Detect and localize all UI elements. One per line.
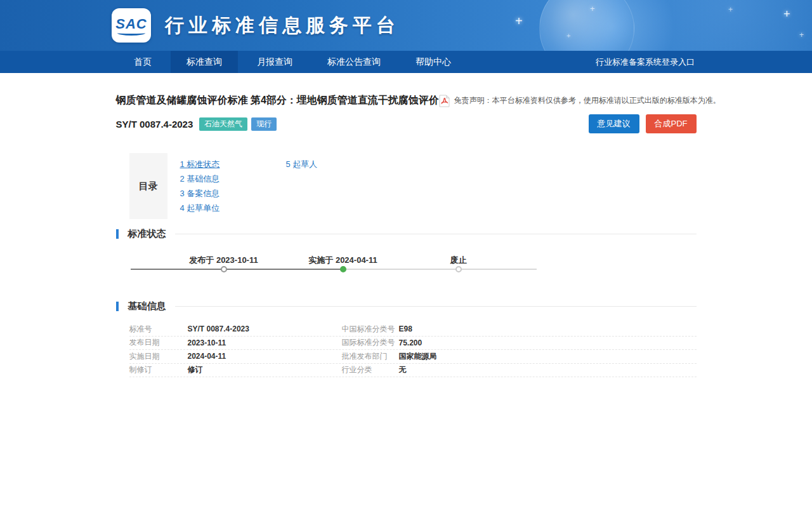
timeline-published-label: 发布于 2023-10-11 xyxy=(189,255,258,266)
info-value: 2024-04-11 xyxy=(188,352,342,361)
section-header: 基础信息 xyxy=(116,300,697,312)
industry-badge: 石油天然气 xyxy=(199,117,247,131)
sac-logo: SAC xyxy=(112,8,151,43)
timeline-progress xyxy=(131,269,343,270)
toc-title: 目录 xyxy=(129,153,167,219)
toc-link-drafting-org[interactable]: 4 起草单位 xyxy=(180,201,286,215)
nav-item-home[interactable]: 首页 xyxy=(118,51,167,73)
disclaimer-text: 免责声明：本平台标准资料仅供参考，使用标准请以正式出版的标准版本为准。 xyxy=(454,95,721,106)
sac-logo-swoosh xyxy=(117,30,145,36)
info-value: 无 xyxy=(399,364,697,375)
section-marker xyxy=(116,302,119,311)
nav-item-standard-query[interactable]: 标准查询 xyxy=(171,51,238,73)
table-row: 实施日期 2024-04-11 批准发布部门 国家能源局 xyxy=(129,350,697,364)
basic-info-section: 基础信息 标准号 SY/T 0087.4-2023 中国标准分类号 E98 发布… xyxy=(116,300,697,377)
toc-column-1: 1 标准状态 2 基础信息 3 备案信息 4 起草单位 xyxy=(180,157,286,215)
pdf-file-icon xyxy=(439,95,450,107)
info-label: 国际标准分类号 xyxy=(342,337,399,348)
timeline-dot-implemented xyxy=(340,266,346,272)
info-label: 中国标准分类号 xyxy=(342,324,399,335)
status-timeline: 发布于 2023-10-11 实施于 2024-04-11 废止 xyxy=(116,255,697,281)
section-marker xyxy=(116,229,119,239)
status-badge: 现行 xyxy=(251,117,277,131)
info-label: 发布日期 xyxy=(129,337,188,348)
title-row: 钢质管道及储罐腐蚀评价标准 第4部分：埋地钢质管道直流干扰腐蚀评价 免责声明：本… xyxy=(116,94,697,107)
standard-title: 钢质管道及储罐腐蚀评价标准 第4部分：埋地钢质管道直流干扰腐蚀评价 xyxy=(116,94,439,107)
info-label: 制修订 xyxy=(129,364,188,375)
section-divider xyxy=(175,234,697,234)
timeline-implemented-label: 实施于 2024-04-11 xyxy=(308,255,377,266)
main-nav: 首页 标准查询 月报查询 标准公告查询 帮助中心 行业标准备案系统登录入口 xyxy=(0,51,812,73)
info-value: SY/T 0087.4-2023 xyxy=(188,324,342,333)
toc-link-basic-info[interactable]: 2 基础信息 xyxy=(180,171,286,186)
info-section-title: 基础信息 xyxy=(128,300,166,312)
info-label: 实施日期 xyxy=(129,351,188,362)
basic-info-table: 标准号 SY/T 0087.4-2023 中国标准分类号 E98 发布日期 20… xyxy=(129,323,697,377)
section-header: 标准状态 xyxy=(116,228,697,240)
timeline-dot-published xyxy=(221,266,227,272)
feedback-button[interactable]: 意见建议 xyxy=(589,114,639,133)
info-value: 修订 xyxy=(188,364,342,375)
info-value: 国家能源局 xyxy=(399,351,697,362)
toc-link-drafters[interactable]: 5 起草人 xyxy=(286,157,392,171)
status-section-title: 标准状态 xyxy=(128,228,166,240)
info-label: 批准发布部门 xyxy=(342,351,399,362)
section-divider xyxy=(175,306,697,307)
content-area: 钢质管道及储罐腐蚀评价标准 第4部分：埋地钢质管道直流干扰腐蚀评价 免责声明：本… xyxy=(116,94,697,377)
info-value: E98 xyxy=(399,324,697,333)
sac-logo-text: SAC xyxy=(115,16,147,32)
table-row: 制修订 修订 行业分类 无 xyxy=(129,364,697,378)
nav-item-announcement-query[interactable]: 标准公告查询 xyxy=(311,51,396,73)
site-title: 行业标准信息服务平台 xyxy=(165,13,400,39)
timeline-dot-abolished xyxy=(455,266,462,272)
info-label: 标准号 xyxy=(129,324,188,335)
meta-row: SY/T 0087.4-2023 石油天然气 现行 意见建议 合成PDF xyxy=(116,114,697,133)
table-row: 标准号 SY/T 0087.4-2023 中国标准分类号 E98 xyxy=(129,323,697,337)
info-value: 2023-10-11 xyxy=(188,338,342,347)
table-row: 发布日期 2023-10-11 国际标准分类号 75.200 xyxy=(129,337,697,351)
toc-link-standard-status[interactable]: 1 标准状态 xyxy=(180,157,286,171)
toc-column-2: 5 起草人 xyxy=(286,157,392,215)
standard-number: SY/T 0087.4-2023 xyxy=(116,119,193,130)
info-label: 行业分类 xyxy=(342,364,399,375)
timeline-abolished-label: 废止 xyxy=(450,255,467,266)
disclaimer: 免责声明：本平台标准资料仅供参考，使用标准请以正式出版的标准版本为准。 xyxy=(439,95,721,107)
site-header: + + + + + + SAC 行业标准信息服务平台 xyxy=(0,0,812,51)
filing-system-login-link[interactable]: 行业标准备案系统登录入口 xyxy=(596,51,695,73)
info-value: 75.200 xyxy=(399,338,697,347)
compose-pdf-button[interactable]: 合成PDF xyxy=(646,114,697,133)
nav-item-help-center[interactable]: 帮助中心 xyxy=(400,51,467,73)
toc-link-filing-info[interactable]: 3 备案信息 xyxy=(180,186,286,201)
standard-status-section: 标准状态 发布于 2023-10-11 实施于 2024-04-11 废止 xyxy=(116,228,697,281)
toc: 目录 1 标准状态 2 基础信息 3 备案信息 4 起草单位 5 起草人 xyxy=(129,153,697,219)
toc-links: 1 标准状态 2 基础信息 3 备案信息 4 起草单位 5 起草人 xyxy=(167,153,392,219)
nav-item-monthly-report-query[interactable]: 月报查询 xyxy=(241,51,308,73)
